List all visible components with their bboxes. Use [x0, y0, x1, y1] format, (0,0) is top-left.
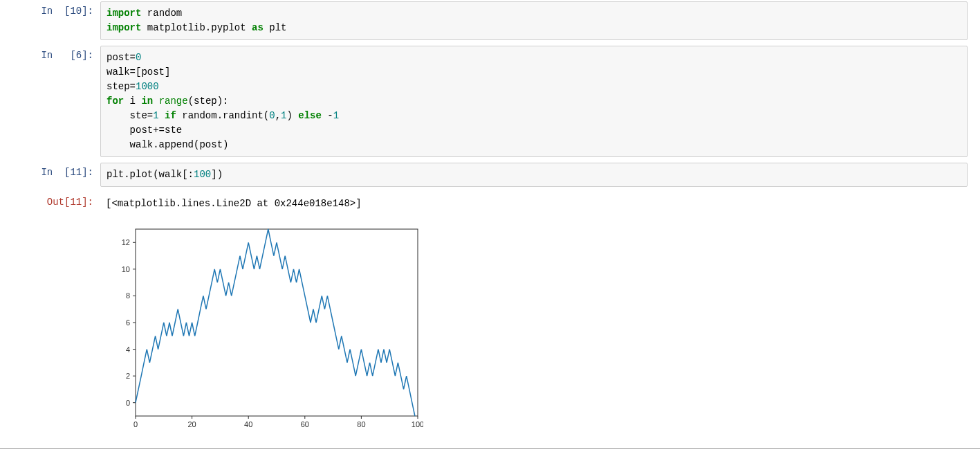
code-text: , [275, 110, 281, 121]
builtin-range: range [159, 96, 188, 107]
kw-for: for [107, 96, 124, 107]
code-number: 1 [333, 110, 339, 121]
kw-import: import [107, 22, 141, 33]
code-number: 1000 [136, 81, 159, 92]
code-text: ]) [211, 169, 223, 180]
code-text [153, 96, 158, 107]
svg-text:80: 80 [357, 420, 365, 428]
code-number: 0 [136, 52, 141, 63]
in-prompt: In [6]: [0, 46, 100, 157]
svg-text:0: 0 [126, 399, 130, 407]
code-input[interactable]: import random import matplotlib.pyplot a… [100, 1, 968, 40]
svg-text:12: 12 [122, 238, 130, 246]
divider [0, 448, 980, 449]
code-text: = [130, 66, 136, 78]
svg-rect-0 [136, 229, 418, 416]
svg-text:6: 6 [126, 318, 130, 327]
output-cell: Out[11]: [<matplotlib.lines.Line2D at 0x… [0, 192, 980, 215]
svg-text:100: 100 [412, 420, 423, 428]
out-prompt: Out[11]: [0, 192, 100, 215]
code-text: plt.plot(walk[: [107, 169, 194, 180]
svg-text:2: 2 [126, 372, 130, 380]
svg-text:0: 0 [133, 420, 138, 428]
code-text: = [130, 52, 136, 63]
svg-text:20: 20 [187, 420, 196, 428]
code-text: += [153, 125, 165, 136]
code-text: ste [165, 125, 182, 136]
code-text [159, 110, 165, 121]
in-prompt: In [10]: [0, 1, 100, 40]
code-input[interactable]: plt.plot(walk[:100]) [100, 163, 968, 187]
line-chart: 020406080100024681012 [105, 221, 423, 435]
code-cell: In [11]: plt.plot(walk[:100]) [0, 163, 980, 187]
kw-if: if [165, 110, 176, 121]
code-text: plt [264, 22, 287, 33]
code-text: random.randint( [176, 110, 269, 121]
code-text: = [130, 81, 136, 92]
code-text: post [107, 125, 153, 136]
code-text: = [147, 110, 153, 121]
svg-text:60: 60 [301, 420, 309, 428]
kw-import: import [107, 8, 141, 19]
code-text: (step): [188, 96, 229, 107]
code-cell: In [6]: post=0 walk=[post] step=1000 for… [0, 46, 980, 157]
in-prompt: In [11]: [0, 163, 100, 187]
code-text: ste [107, 110, 147, 121]
svg-text:8: 8 [126, 291, 130, 300]
kw-else: else [298, 110, 322, 121]
code-text: random [141, 8, 182, 19]
code-text: i [124, 96, 141, 107]
code-text: [post] [136, 66, 170, 78]
code-text: step [107, 81, 130, 92]
svg-text:4: 4 [126, 345, 130, 354]
svg-text:40: 40 [244, 420, 252, 428]
code-text: matplotlib.pyplot [141, 22, 252, 33]
code-text: - [322, 110, 333, 121]
code-text: ) [286, 110, 298, 121]
code-text: post [107, 52, 130, 63]
kw-as: as [252, 22, 264, 33]
code-text: walk.append(post) [107, 139, 228, 150]
plot-output: 020406080100024681012 [0, 215, 980, 435]
svg-text:10: 10 [122, 265, 130, 273]
code-number: 0 [269, 110, 275, 121]
kw-in: in [141, 96, 153, 107]
code-number: 100 [194, 169, 211, 180]
output-text: [<matplotlib.lines.Line2D at 0x244e018e1… [100, 192, 980, 215]
code-cell: In [10]: import random import matplotlib… [0, 1, 980, 40]
code-text: walk [107, 66, 130, 78]
code-number: 1 [153, 110, 158, 121]
code-input[interactable]: post=0 walk=[post] step=1000 for i in ra… [100, 46, 968, 157]
